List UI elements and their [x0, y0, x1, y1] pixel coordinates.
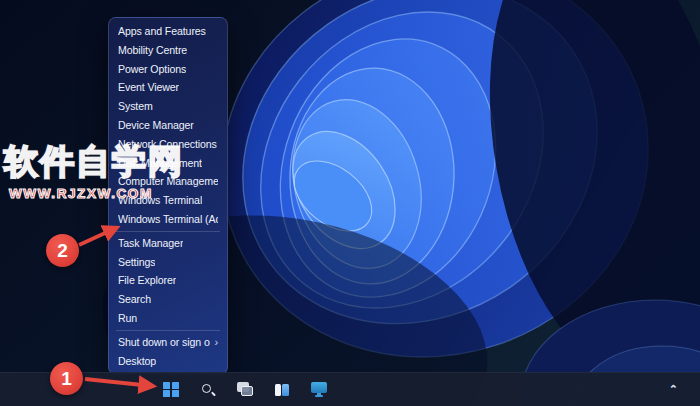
- menu-item-file-explorer[interactable]: File Explorer: [109, 271, 227, 290]
- menu-item-label: Task Manager: [118, 234, 183, 253]
- search-icon: [200, 382, 216, 398]
- menu-item-label: Mobility Centre: [118, 41, 187, 60]
- menu-separator: [116, 231, 220, 232]
- menu-item-label: Apps and Features: [118, 22, 206, 41]
- display-app-button[interactable]: [307, 377, 331, 403]
- taskbar-icons: [159, 373, 331, 406]
- menu-item-shut-down-or-sign-out[interactable]: Shut down or sign out ›: [109, 333, 227, 352]
- menu-item-task-manager[interactable]: Task Manager: [109, 234, 227, 253]
- taskbar: ⌃: [0, 372, 700, 406]
- winx-context-menu: Apps and Features Mobility Centre Power …: [108, 17, 228, 375]
- menu-separator: [116, 330, 220, 331]
- menu-item-apps-and-features[interactable]: Apps and Features: [109, 22, 227, 41]
- menu-item-desktop[interactable]: Desktop: [109, 352, 227, 371]
- menu-item-label: Shut down or sign out: [118, 333, 210, 352]
- menu-item-disk-management[interactable]: Disk Management: [109, 154, 227, 173]
- task-view-button[interactable]: [233, 377, 257, 403]
- search-button[interactable]: [196, 377, 220, 403]
- monitor-icon: [311, 382, 328, 397]
- menu-item-windows-terminal-admin[interactable]: Windows Terminal (Admin): [109, 210, 227, 229]
- menu-item-label: Disk Management: [118, 154, 202, 173]
- menu-item-mobility-centre[interactable]: Mobility Centre: [109, 41, 227, 60]
- menu-item-label: Windows Terminal: [118, 191, 202, 210]
- menu-item-network-connections[interactable]: Network Connections: [109, 135, 227, 154]
- widgets-icon: [275, 384, 290, 396]
- menu-item-settings[interactable]: Settings: [109, 253, 227, 272]
- start-button[interactable]: [159, 377, 183, 403]
- desktop: Apps and Features Mobility Centre Power …: [0, 0, 700, 406]
- menu-item-label: Network Connections: [118, 135, 217, 154]
- menu-item-label: Windows Terminal (Admin): [118, 210, 218, 229]
- menu-item-system[interactable]: System: [109, 97, 227, 116]
- menu-item-label: Event Viewer: [118, 78, 179, 97]
- widgets-button[interactable]: [270, 377, 294, 403]
- show-hidden-icons-button[interactable]: ⌃: [669, 373, 678, 406]
- menu-item-label: Desktop: [118, 352, 156, 371]
- menu-item-device-manager[interactable]: Device Manager: [109, 116, 227, 135]
- menu-item-label: System: [118, 97, 153, 116]
- menu-item-label: Settings: [118, 253, 155, 272]
- menu-item-label: Run: [118, 309, 137, 328]
- submenu-chevron-icon: ›: [210, 337, 218, 348]
- menu-item-label: Power Options: [118, 60, 186, 79]
- windows-start-icon: [163, 382, 179, 398]
- menu-item-search[interactable]: Search: [109, 290, 227, 309]
- task-view-icon: [237, 382, 254, 397]
- menu-item-label: Device Manager: [118, 116, 194, 135]
- menu-item-power-options[interactable]: Power Options: [109, 60, 227, 79]
- desktop-wallpaper: [0, 0, 700, 406]
- menu-item-label: Computer Management: [118, 172, 218, 191]
- menu-item-label: File Explorer: [118, 271, 176, 290]
- menu-item-computer-management[interactable]: Computer Management: [109, 172, 227, 191]
- menu-item-label: Search: [118, 290, 151, 309]
- menu-item-run[interactable]: Run: [109, 309, 227, 328]
- menu-item-windows-terminal[interactable]: Windows Terminal: [109, 191, 227, 210]
- menu-item-event-viewer[interactable]: Event Viewer: [109, 78, 227, 97]
